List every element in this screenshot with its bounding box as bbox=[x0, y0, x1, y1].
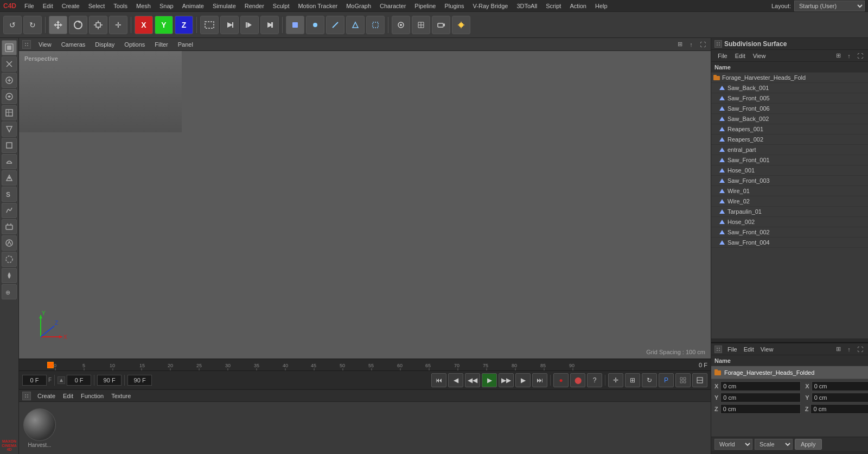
mat-menu-create[interactable]: Create bbox=[34, 392, 59, 400]
vp-menu-options[interactable]: Options bbox=[120, 40, 149, 49]
attr-menu-edit[interactable]: Edit bbox=[741, 345, 757, 354]
obj-item-13[interactable]: Hose_002 bbox=[711, 217, 868, 227]
coord-z-pos[interactable] bbox=[720, 404, 801, 414]
undo-button[interactable]: ↺ bbox=[3, 16, 22, 34]
coord-y-scale[interactable] bbox=[812, 393, 868, 402]
vp-icon-maximize[interactable]: ⊞ bbox=[675, 40, 685, 49]
mat-menu-edit[interactable]: Edit bbox=[60, 392, 76, 400]
render-region-button[interactable] bbox=[200, 16, 219, 34]
menu-plugins[interactable]: Plugins bbox=[441, 2, 468, 10]
right-scrollbar[interactable] bbox=[711, 451, 868, 454]
left-tool-7[interactable] bbox=[2, 138, 17, 153]
viewport-3d[interactable]: Perspective Grid Spacing : 100 cm X Y Z bbox=[19, 51, 711, 359]
menu-script[interactable]: Script bbox=[542, 2, 565, 10]
grid-btn-right[interactable] bbox=[675, 373, 691, 387]
obj-item-0[interactable]: Saw_Back_001 bbox=[711, 83, 868, 93]
texture-mode-button[interactable] bbox=[366, 16, 385, 34]
obj-icon-2[interactable]: ↑ bbox=[844, 51, 854, 61]
obj-item-9[interactable]: Saw_Front_003 bbox=[711, 176, 868, 186]
menu-snap[interactable]: Snap bbox=[156, 2, 177, 10]
record-stop-button[interactable]: ⬤ bbox=[570, 373, 585, 387]
left-tool-2[interactable] bbox=[2, 56, 17, 72]
coord-z-scale[interactable] bbox=[810, 404, 868, 414]
menu-create[interactable]: Create bbox=[58, 2, 84, 10]
left-tool-12[interactable] bbox=[2, 219, 17, 234]
menu-select[interactable]: Select bbox=[85, 2, 109, 10]
prev-play-button[interactable]: ◀◀ bbox=[465, 373, 480, 387]
apply-button[interactable]: Apply bbox=[795, 439, 822, 450]
menu-motion-tracker[interactable]: Motion Tracker bbox=[294, 2, 341, 10]
material-thumbnail[interactable] bbox=[23, 408, 56, 441]
scale-btn-right[interactable]: ⊞ bbox=[625, 373, 640, 387]
menu-tools[interactable]: Tools bbox=[110, 2, 131, 10]
playback-button[interactable] bbox=[220, 16, 239, 34]
menu-vray[interactable]: V-Ray Bridge bbox=[469, 2, 512, 10]
menu-help[interactable]: Help bbox=[591, 2, 611, 10]
attr-selected-item[interactable]: Forage_Harvester_Heads_Folded bbox=[711, 366, 868, 379]
menu-mesh[interactable]: Mesh bbox=[132, 2, 155, 10]
attr-menu-file[interactable]: File bbox=[724, 345, 741, 354]
menu-edit[interactable]: Edit bbox=[39, 2, 57, 10]
timeline-ruler-area[interactable]: 0 5 10 15 20 25 30 35 bbox=[54, 359, 699, 370]
obj-scrollbar[interactable] bbox=[711, 338, 868, 342]
left-tool-16[interactable]: ⊕ bbox=[2, 284, 17, 299]
attr-icon-1[interactable]: ⊞ bbox=[833, 344, 843, 354]
menu-mograph[interactable]: MoGraph bbox=[342, 2, 375, 10]
redo-button[interactable]: ↻ bbox=[23, 16, 42, 34]
menu-sculpt[interactable]: Sculpt bbox=[269, 2, 293, 10]
vp-menu-cameras[interactable]: Cameras bbox=[57, 40, 90, 49]
y-axis-button[interactable]: Y bbox=[155, 16, 173, 34]
obj-item-15[interactable]: Saw_Front_004 bbox=[711, 238, 868, 248]
left-tool-14[interactable] bbox=[2, 252, 17, 267]
left-tool-3[interactable] bbox=[2, 73, 17, 88]
x-axis-button[interactable]: X bbox=[135, 16, 153, 34]
obj-item-2[interactable]: Saw_Front_006 bbox=[711, 104, 868, 114]
menu-simulate[interactable]: Simulate bbox=[209, 2, 240, 10]
left-tool-1[interactable] bbox=[2, 40, 17, 55]
light-button[interactable] bbox=[452, 16, 470, 34]
obj-item-14[interactable]: Saw_Front_002 bbox=[711, 227, 868, 238]
z-axis-button[interactable]: Z bbox=[175, 16, 193, 34]
move-btn-right[interactable]: ✛ bbox=[608, 373, 623, 387]
camera-button[interactable] bbox=[432, 16, 450, 34]
obj-item-8[interactable]: Hose_001 bbox=[711, 165, 868, 176]
record-button[interactable]: ● bbox=[553, 373, 569, 387]
go-start-button[interactable]: ⏮ bbox=[431, 373, 446, 387]
mat-menu-function[interactable]: Function bbox=[78, 392, 107, 400]
solo-button[interactable] bbox=[392, 16, 410, 34]
play-button[interactable]: ▶ bbox=[482, 373, 497, 387]
move-tool-button[interactable] bbox=[49, 16, 67, 34]
obj-menu-view[interactable]: View bbox=[750, 52, 769, 60]
edge-mode-button[interactable] bbox=[326, 16, 344, 34]
vp-menu-display[interactable]: Display bbox=[91, 40, 119, 49]
vp-menu-panel[interactable]: Panel bbox=[174, 40, 197, 49]
coord-x-scale[interactable] bbox=[812, 381, 868, 391]
layout-select[interactable]: Startup (User) bbox=[794, 1, 865, 11]
coord-y-pos[interactable] bbox=[720, 393, 801, 402]
menu-animate[interactable]: Animate bbox=[178, 2, 208, 10]
obj-item-6[interactable]: entral_part bbox=[711, 145, 868, 155]
left-tool-9[interactable] bbox=[2, 170, 17, 186]
p-btn[interactable]: P bbox=[659, 373, 674, 387]
left-tool-15[interactable] bbox=[2, 268, 17, 283]
go-end-button[interactable]: ⏭ bbox=[532, 373, 547, 387]
menu-3dtoall[interactable]: 3DToAll bbox=[513, 2, 541, 10]
left-tool-6[interactable] bbox=[2, 122, 17, 137]
left-tool-13[interactable] bbox=[2, 235, 17, 251]
object-mode-button[interactable] bbox=[286, 16, 304, 34]
left-tool-10[interactable]: S bbox=[2, 187, 17, 202]
attr-icon-2[interactable]: ↑ bbox=[844, 344, 854, 354]
menu-pipeline[interactable]: Pipeline bbox=[411, 2, 439, 10]
menu-file[interactable]: File bbox=[21, 2, 38, 10]
scale-tool-button[interactable] bbox=[89, 16, 107, 34]
material-item[interactable]: Harvest... bbox=[23, 408, 56, 448]
vp-icon-up[interactable]: ↑ bbox=[686, 40, 696, 49]
left-tool-11[interactable] bbox=[2, 203, 17, 218]
left-tool-5[interactable] bbox=[2, 105, 17, 120]
obj-item-11[interactable]: Wire_02 bbox=[711, 196, 868, 207]
point-mode-button[interactable] bbox=[306, 16, 324, 34]
obj-item-4[interactable]: Reapers_001 bbox=[711, 124, 868, 135]
prev-frame-button[interactable]: ◀ bbox=[448, 373, 463, 387]
frame-start-input[interactable] bbox=[67, 375, 91, 386]
attr-menu-view[interactable]: View bbox=[757, 345, 777, 354]
